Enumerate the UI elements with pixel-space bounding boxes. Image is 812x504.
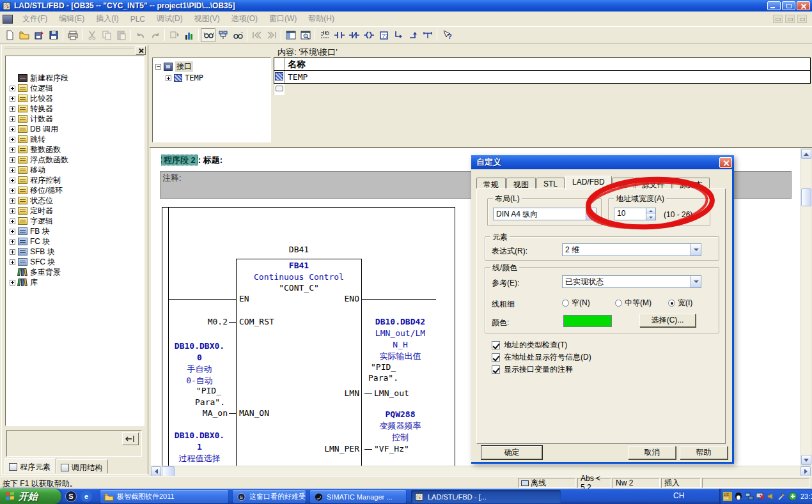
open-folder-icon[interactable] <box>17 28 31 42</box>
restore-button[interactable] <box>782 1 795 10</box>
tree-item-status-bits[interactable]: 状态位 <box>8 195 68 206</box>
expand-icon[interactable] <box>10 239 15 245</box>
expand-icon[interactable] <box>10 198 15 204</box>
tree-item-fb-blocks[interactable]: FB 块 <box>8 226 68 236</box>
tab-call-structure[interactable]: 调用结构 <box>56 459 108 473</box>
empty-box-icon[interactable]: ?? <box>376 28 391 42</box>
expand-icon[interactable] <box>10 86 15 91</box>
network-view-icon[interactable] <box>215 28 230 42</box>
tool-icon[interactable] <box>777 492 786 501</box>
save-online-icon[interactable] <box>31 28 46 42</box>
expand-icon[interactable] <box>10 249 15 255</box>
cut-icon[interactable] <box>84 28 99 42</box>
copy-icon[interactable] <box>99 28 114 42</box>
expand-icon[interactable] <box>10 280 15 286</box>
overview-window-icon[interactable] <box>298 28 313 42</box>
expand-icon[interactable] <box>10 259 15 265</box>
address-width-stepper[interactable]: 10 <box>614 208 656 220</box>
interface-temp-row[interactable]: TEMP <box>154 72 269 84</box>
tree-item-move[interactable]: 移动 <box>8 165 68 175</box>
expand-icon[interactable] <box>10 147 15 153</box>
volume-icon[interactable] <box>767 492 776 501</box>
panel-close-icon[interactable] <box>136 46 146 55</box>
display-disabled-icon[interactable] <box>756 492 765 501</box>
expand-icon[interactable] <box>10 116 15 122</box>
download-plc-icon[interactable] <box>167 28 182 42</box>
menu-debug[interactable]: 调试(D) <box>151 11 189 26</box>
close-button[interactable] <box>797 1 810 10</box>
expand-icon[interactable] <box>10 96 15 102</box>
radio-narrow[interactable]: 窄(N) <box>562 298 590 309</box>
menu-options[interactable]: 选项(O) <box>226 11 263 26</box>
expand-icon[interactable] <box>10 229 15 234</box>
tree-item-timer[interactable]: 定时器 <box>8 206 68 216</box>
collapse-icon[interactable] <box>155 64 161 70</box>
print-icon[interactable] <box>65 28 80 42</box>
network-label[interactable]: 程序段 2 <box>161 155 198 165</box>
previous-error-icon[interactable] <box>249 28 264 42</box>
minimize-button[interactable] <box>767 1 781 10</box>
menu-edit[interactable]: 编辑(E) <box>53 11 90 26</box>
panel-grip[interactable] <box>4 47 134 52</box>
next-error-icon[interactable] <box>264 28 279 42</box>
address-width-value[interactable]: 10 <box>614 208 646 220</box>
block-compare-icon[interactable] <box>182 28 196 42</box>
spin-down-icon[interactable] <box>646 214 655 220</box>
coil-output-icon[interactable] <box>361 28 376 42</box>
taskbar-item-simatic-manager[interactable]: SIMATIC Manager ... <box>310 490 406 503</box>
scroll-right-icon[interactable] <box>800 466 811 477</box>
license-manager-icon[interactable]: LICMA <box>723 492 732 501</box>
menu-plc[interactable]: PLC <box>125 13 151 26</box>
tab-lad-fbd[interactable]: LAD/FBD <box>565 176 612 190</box>
ok-button[interactable]: 确定 <box>481 446 542 459</box>
expand-icon[interactable] <box>10 218 15 224</box>
menu-file[interactable]: 文件(F) <box>17 11 53 26</box>
chevron-down-icon[interactable] <box>586 208 596 220</box>
new-row-marker[interactable] <box>274 84 285 95</box>
vertical-scroll-thumb[interactable] <box>801 188 811 206</box>
output-lmn-address[interactable]: DB10.DBD42 <box>368 317 432 326</box>
expand-icon[interactable] <box>10 106 15 112</box>
tree-item-word-logic[interactable]: 字逻辑 <box>8 216 68 226</box>
browser-s-icon[interactable]: S <box>65 491 77 502</box>
mdi-child-icon[interactable] <box>3 15 13 24</box>
expand-icon[interactable] <box>10 178 15 183</box>
operand-pv-address-1[interactable]: DB10.DBX0. <box>170 431 229 440</box>
tree-item-sfc-blocks[interactable]: SFC 块 <box>8 257 68 267</box>
help-button[interactable]: 帮助 <box>680 446 728 459</box>
taskbar-item-screenshot-app[interactable]: 极智截图软件2011 <box>100 490 228 503</box>
undo-icon[interactable] <box>133 28 148 42</box>
editor-vertical-scrollbar[interactable] <box>800 149 811 465</box>
network-title[interactable]: : 标题: <box>198 155 223 165</box>
spin-up-icon[interactable] <box>646 208 655 214</box>
menu-window[interactable]: 窗口(W) <box>263 11 302 26</box>
cancel-button[interactable]: 取消 <box>628 446 676 459</box>
operand-m0-2[interactable]: M0.2 <box>188 317 228 326</box>
tree-item-jump[interactable]: 跳转 <box>8 134 68 144</box>
expand-icon[interactable] <box>10 167 15 173</box>
expand-icon[interactable] <box>10 157 15 163</box>
dialog-close-icon[interactable] <box>719 157 732 168</box>
tree-item-converter[interactable]: 转换器 <box>8 103 68 114</box>
tree-item-float-fn[interactable]: 浮点数函数 <box>8 155 68 165</box>
branch-close-icon[interactable] <box>405 28 420 42</box>
tree-item-program-control[interactable]: 程序控制 <box>8 175 68 185</box>
internet-explorer-icon[interactable]: e <box>81 491 92 502</box>
new-document-icon[interactable] <box>2 28 17 42</box>
tree-item-comparator[interactable]: 比较器 <box>8 93 68 103</box>
layout-select[interactable]: DIN A4 纵向 <box>493 208 597 220</box>
menu-view[interactable]: 视图(V) <box>189 11 226 26</box>
network-computers-icon[interactable] <box>745 492 754 501</box>
expression-select[interactable]: 2 维 <box>562 243 701 256</box>
tree-item-library[interactable]: 库 <box>8 277 68 287</box>
scroll-up-icon[interactable] <box>801 149 811 159</box>
health-plus-icon[interactable] <box>788 492 797 501</box>
chevron-down-icon[interactable] <box>691 276 701 287</box>
contact-no-icon[interactable] <box>332 28 347 42</box>
branch-t-icon[interactable] <box>420 28 435 42</box>
symbol-info-checkbox[interactable]: 在地址处显示符号信息(D) <box>492 352 591 363</box>
taskbar-item-lad-editor[interactable]: LAD/STL/FBD - [... <box>411 490 561 503</box>
expand-icon[interactable] <box>10 126 15 132</box>
reference-select[interactable]: 已实现状态 <box>562 275 701 288</box>
jump-to-element-button[interactable] <box>122 432 139 445</box>
